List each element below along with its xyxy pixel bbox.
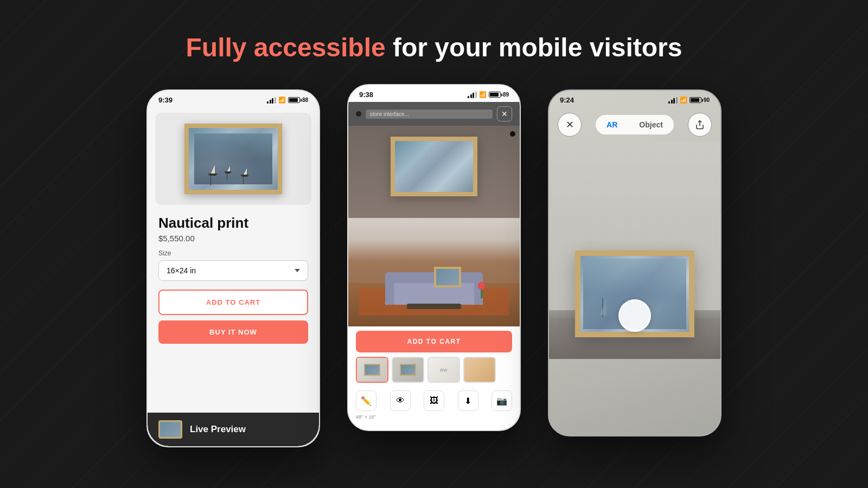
product-image-area [155,113,311,205]
size-value: 16×24 in [167,266,196,275]
product-name: Nautical print [148,210,319,233]
object-mode-button[interactable]: Object [628,115,674,134]
phones-container: 9:39 📶 88 [0,84,868,447]
close-button-2[interactable]: ✕ [497,106,512,121]
product-price: $5,550.00 [148,233,319,249]
sofa [385,272,483,305]
phone2-toolbar: ✏️ 👁 🖼 ⬇ 📷 [348,387,520,414]
phone-3: 9:24 📶 90 ✕ [548,89,722,436]
battery-icon-3 [690,97,701,103]
flower-vase [476,282,487,298]
painting-image-1 [184,124,282,194]
edit-icon[interactable]: ✏️ [356,390,376,411]
ar-scene [549,142,720,359]
painting-on-wall-top [391,137,477,196]
status-bar-1: 9:39 📶 88 [148,91,319,107]
page-title: Fully accessible for your mobile visitor… [0,0,868,84]
battery-icon-2 [489,92,501,98]
battery-pct-2: 89 [503,92,509,98]
thumbnail-2[interactable] [392,357,424,383]
image-icon[interactable]: 🖼 [424,390,444,411]
signal-icon-2 [468,92,477,98]
add-to-cart-button-1[interactable]: ADD TO CART [158,290,308,315]
signal-icon-3 [668,97,678,104]
status-bar-2: 9:38 📶 89 [348,85,520,102]
size-label: Size [148,249,319,260]
phone2-top-bar: store interface... ✕ [348,102,520,126]
painting-mini [434,267,461,287]
wifi-icon-1: 📶 [278,97,286,104]
room-top-scene [348,126,520,218]
thumbnail-strip: BW [348,357,520,387]
thumbnail-4[interactable] [463,357,496,383]
camera-icon[interactable]: 📷 [492,390,512,411]
size-dropdown[interactable]: 16×24 in [158,260,308,281]
phone-2: 9:38 📶 89 store interface... ✕ [347,84,521,431]
battery-icon-1 [288,97,300,103]
chevron-down-icon [295,269,300,272]
status-time-1: 9:39 [158,96,173,104]
battery-pct-3: 90 [704,97,710,103]
status-time-3: 9:24 [560,96,574,104]
thumbnail-1[interactable] [356,357,388,383]
ar-content: 9:24 📶 90 ✕ [549,91,720,435]
buy-now-button[interactable]: BUY IT NOW [158,320,308,344]
live-preview-bar[interactable]: Live Preview [148,413,319,446]
status-bar-3: 9:24 📶 90 [549,91,720,107]
scroll-indicator[interactable] [510,131,515,137]
url-bar[interactable]: store interface... [366,110,493,119]
ar-close-button[interactable]: ✕ [558,113,582,137]
ar-view-icon[interactable]: 👁 [390,390,411,411]
signal-icon-1 [267,97,276,104]
wifi-icon-3: 📶 [680,97,687,104]
download-icon[interactable]: ⬇ [458,390,478,411]
ar-mode-selector: AR Object [596,115,674,134]
battery-pct-1: 88 [302,97,308,103]
add-to-cart-button-2[interactable]: ADD TO CART [356,331,512,352]
live-preview-text: Live Preview [190,424,246,435]
room-bottom-scene [348,218,520,326]
camera-dot [356,111,361,117]
thumbnail-3[interactable]: BW [427,357,460,383]
size-text-2: 48" × 16" [348,414,520,420]
ar-shutter-button[interactable] [618,299,651,332]
live-preview-thumbnail [158,420,182,439]
ar-mode-button[interactable]: AR [596,115,628,134]
ar-share-button[interactable] [688,113,712,137]
status-time-2: 9:38 [359,91,373,99]
phone-1: 9:39 📶 88 [146,89,320,447]
ar-top-bar: ✕ AR Object [549,107,720,142]
wifi-icon-2: 📶 [479,91,487,98]
